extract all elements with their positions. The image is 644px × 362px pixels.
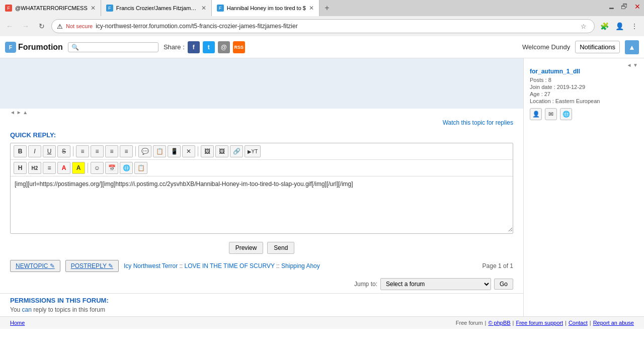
reply-textarea[interactable]: [img][url=https://postimages.org/][img]h… bbox=[11, 176, 513, 232]
username-link[interactable]: for_autumn_1_dIl bbox=[530, 68, 638, 75]
logo-icon: F bbox=[5, 42, 16, 53]
location-stat: Location : Eastern European bbox=[530, 98, 638, 104]
page-footer: Home Free forum | © phpBB | Free forum s… bbox=[0, 316, 644, 329]
not-secure-icon: ⚠ bbox=[57, 23, 63, 30]
watch-topic-link[interactable]: Watch this topic for replies bbox=[443, 119, 513, 126]
toolbar-sep-4 bbox=[88, 163, 88, 173]
search-input[interactable] bbox=[81, 44, 155, 51]
user-profile-icon[interactable]: 👤 bbox=[530, 108, 542, 120]
go-button[interactable]: Go bbox=[494, 279, 513, 290]
rss-icon[interactable]: RSS bbox=[233, 41, 245, 53]
breadcrumb-item-3[interactable]: Shipping Ahoy bbox=[281, 262, 320, 269]
breadcrumb-item-1[interactable]: Icy Northwest Terror bbox=[124, 262, 178, 269]
align-right-button[interactable]: ≡ bbox=[105, 145, 118, 157]
image-button[interactable]: 🖼 bbox=[201, 145, 214, 157]
back-button[interactable]: ← bbox=[3, 20, 16, 33]
age-stat: Age : 27 bbox=[530, 91, 638, 97]
quick-reply-label: QUICK REPLY: bbox=[0, 129, 523, 141]
tab-favicon-1: F bbox=[5, 5, 12, 12]
toolbar-sep-1 bbox=[73, 146, 73, 156]
youtube-button[interactable]: ▶YT bbox=[245, 145, 261, 157]
spoiler-button[interactable]: 📱 bbox=[168, 145, 181, 157]
globe-button[interactable]: 🌐 bbox=[120, 162, 133, 174]
align-center-button[interactable]: ≡ bbox=[91, 145, 104, 157]
forumotion-logo[interactable]: F Forumotion bbox=[5, 42, 63, 53]
address-box: ⚠ Not secure icy-northwest-terror.forumo… bbox=[51, 19, 595, 33]
forum-header: F Forumotion 🔍 Share : f t @ RSS Welcome… bbox=[0, 36, 644, 58]
facebook-icon[interactable]: f bbox=[188, 41, 200, 53]
tab-1[interactable]: F @WHATATERRORIFCMESS ✕ bbox=[0, 0, 101, 16]
newtopic-label: NEWTOPIC ✎ bbox=[16, 262, 55, 269]
notifications-button[interactable]: Notifications bbox=[575, 41, 620, 53]
permissions-text: You can reply to topics in this forum bbox=[10, 306, 513, 313]
free-support-link[interactable]: Free forum support bbox=[516, 320, 563, 326]
image2-button[interactable]: 🖼 bbox=[215, 145, 228, 157]
tab-2[interactable]: F Francis Crozier/James Fitzjames :: ✕ bbox=[101, 0, 212, 16]
refresh-button[interactable]: ↻ bbox=[35, 20, 48, 33]
tab-close-3[interactable]: ✕ bbox=[309, 5, 314, 12]
logo-text: Forumotion bbox=[18, 43, 63, 52]
newtopic-button[interactable]: NEWTOPIC ✎ bbox=[10, 260, 60, 272]
forward-button[interactable]: → bbox=[19, 20, 32, 33]
bookmark-icon[interactable]: ☆ bbox=[578, 21, 589, 32]
address-bar-row: ← → ↻ ⚠ Not secure icy-northwest-terror.… bbox=[0, 16, 644, 36]
jump-label: Jump to: bbox=[354, 281, 377, 288]
heading-button[interactable]: H bbox=[14, 162, 27, 174]
user-web-icon[interactable]: 🌐 bbox=[560, 108, 572, 120]
contact-link[interactable]: Contact bbox=[569, 320, 588, 326]
home-link[interactable]: Home bbox=[10, 320, 25, 326]
joindate-stat: Join date : 2019-12-29 bbox=[530, 84, 638, 90]
browser-right-icons: 🧩 👤 ⋮ bbox=[598, 20, 641, 33]
menu-icon[interactable]: ⋮ bbox=[628, 20, 641, 33]
preview-button[interactable]: Preview bbox=[229, 242, 264, 254]
close-button[interactable]: ✕ bbox=[631, 0, 644, 13]
user-panel: ◄ ▼ for_autumn_1_dIl Posts : 8 Join date… bbox=[523, 58, 644, 316]
send-button[interactable]: Send bbox=[267, 242, 294, 254]
align-left-button[interactable]: ≡ bbox=[76, 145, 89, 157]
jump-section: Jump to: Select a forum Go bbox=[0, 275, 523, 293]
heading2-button[interactable]: H2 bbox=[28, 162, 41, 174]
strikethrough-button[interactable]: S bbox=[57, 145, 70, 157]
tab-3[interactable]: F Hannibal Honey im too tired to $ ✕ bbox=[212, 0, 319, 16]
twitter-icon[interactable]: t bbox=[203, 41, 215, 53]
tab-close-2[interactable]: ✕ bbox=[201, 5, 206, 12]
date-button[interactable]: 📅 bbox=[105, 162, 118, 174]
tab-close-1[interactable]: ✕ bbox=[91, 5, 96, 12]
font-color-button[interactable]: A bbox=[57, 162, 70, 174]
list-button[interactable]: ≡ bbox=[43, 162, 56, 174]
report-abuse-link[interactable]: Report an abuse bbox=[593, 320, 634, 326]
email-icon[interactable]: @ bbox=[218, 41, 230, 53]
italic-button[interactable]: I bbox=[28, 145, 41, 157]
minimize-button[interactable]: 🗕 bbox=[605, 0, 618, 13]
restore-button[interactable]: 🗗 bbox=[618, 0, 631, 13]
share-section: Share : f t @ RSS bbox=[164, 41, 245, 53]
remove-button[interactable]: ✕ bbox=[182, 145, 195, 157]
share-label: Share : bbox=[164, 43, 185, 51]
profile-icon[interactable]: 👤 bbox=[613, 20, 626, 33]
emoji-button[interactable]: ☺ bbox=[91, 162, 104, 174]
tab-favicon-3: F bbox=[217, 5, 224, 12]
collapse-expand-icons[interactable]: ◄ ► ▲ bbox=[10, 110, 28, 115]
breadcrumb-item-2[interactable]: LOVE IN THE TIME OF SCURVY bbox=[185, 262, 275, 269]
extensions-icon[interactable]: 🧩 bbox=[598, 20, 611, 33]
quote-button[interactable]: 💬 bbox=[138, 145, 151, 157]
link-button[interactable]: 🔗 bbox=[230, 145, 243, 157]
postreply-button[interactable]: POSTREPLY ✎ bbox=[65, 260, 119, 272]
user-pm-icon[interactable]: ✉ bbox=[545, 108, 557, 120]
clipboard-button[interactable]: 📋 bbox=[134, 162, 147, 174]
justify-button[interactable]: ≡ bbox=[120, 145, 133, 157]
jump-select[interactable]: Select a forum bbox=[380, 278, 491, 290]
code-button[interactable]: 📋 bbox=[153, 145, 166, 157]
tab-label-3: Hannibal Honey im too tired to $ bbox=[227, 5, 306, 11]
address-url[interactable]: icy-northwest-terror.forumotion.com/t5-f… bbox=[96, 23, 575, 30]
collapse-icons-right[interactable]: ◄ ▼ bbox=[626, 62, 638, 68]
editor-container: B I U S ≡ ≡ ≡ ≡ 💬 📋 📱 ✕ 🖼 🖼 bbox=[10, 143, 513, 234]
underline-button[interactable]: U bbox=[43, 145, 56, 157]
font-highlight-button[interactable]: A bbox=[72, 162, 85, 174]
upload-button[interactable]: ▲ bbox=[625, 40, 639, 54]
bold-button[interactable]: B bbox=[14, 145, 27, 157]
new-tab-button[interactable]: + bbox=[319, 0, 335, 16]
phpbb-link[interactable]: © phpBB bbox=[488, 320, 510, 326]
tab-label-2: Francis Crozier/James Fitzjames :: bbox=[116, 5, 198, 11]
free-forum-text: Free forum bbox=[456, 320, 483, 326]
